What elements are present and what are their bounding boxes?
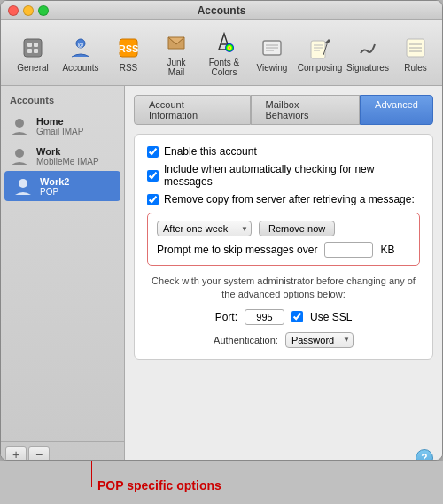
port-input[interactable]: [245, 309, 284, 325]
junk-mail-icon: [162, 28, 190, 57]
general-label: General: [17, 63, 49, 73]
include-checking-checkbox[interactable]: [147, 170, 159, 182]
home-account-info: Home Gmail IMAP: [36, 116, 83, 136]
work-account-icon: [8, 144, 31, 167]
work-account-name: Work: [36, 146, 99, 157]
main-window: Accounts General @: [0, 0, 443, 461]
kb-label: KB: [380, 244, 394, 256]
remove-after-dropdown-wrapper: After one week After one day After one m…: [157, 221, 252, 236]
annotation-text: POP specific options: [97, 478, 222, 492]
port-label: Port:: [215, 311, 237, 323]
work2-account-info: Work2 POP: [40, 176, 69, 197]
home-account-type: Gmail IMAP: [36, 127, 83, 136]
accounts-label: Accounts: [62, 63, 98, 73]
svg-rect-0: [24, 39, 42, 57]
remove-copy-checkbox[interactable]: [147, 194, 159, 205]
toolbar-general[interactable]: General: [10, 30, 56, 76]
remove-dropdown-row: After one week After one day After one m…: [157, 221, 410, 236]
window-title: Accounts: [198, 4, 246, 17]
junk-mail-label: Junk Mail: [160, 58, 192, 77]
viewing-label: Viewing: [257, 63, 288, 73]
work-account-info: Work MobileMe IMAP: [36, 146, 99, 167]
toolbar-fonts-colors[interactable]: Fonts & Colors: [201, 25, 247, 81]
skip-size-input[interactable]: [324, 242, 373, 258]
prompt-skip-row: Prompt me to skip messages over KB: [157, 242, 410, 258]
tab-account-information[interactable]: Account Information: [134, 95, 251, 125]
rss-label: RSS: [120, 63, 138, 73]
remove-now-button[interactable]: Remove now: [259, 221, 335, 236]
sidebar-item-work2[interactable]: Work2 POP: [4, 171, 120, 201]
composing-icon: [306, 34, 334, 62]
tab-mailbox-behaviors[interactable]: Mailbox Behaviors: [251, 95, 361, 125]
toolbar-junk-mail[interactable]: Junk Mail: [153, 25, 199, 81]
toolbar-composing[interactable]: Composing: [297, 30, 343, 76]
auth-label: Authentication:: [214, 335, 278, 345]
svg-point-25: [15, 119, 24, 128]
composing-label: Composing: [298, 63, 343, 73]
work2-account-icon: [12, 174, 35, 198]
viewing-icon: [258, 34, 286, 62]
general-icon: [19, 34, 47, 62]
port-row: Port: Use SSL: [147, 309, 420, 325]
help-button[interactable]: ?: [416, 449, 433, 461]
include-checking-row: Include when automatically checking for …: [147, 163, 420, 188]
prompt-skip-label: Prompt me to skip messages over: [157, 244, 317, 256]
auth-row: Authentication: Password MD5 NTLM Kerber…: [147, 332, 420, 348]
home-account-name: Home: [36, 116, 83, 127]
auth-dropdown-wrapper: Password MD5 NTLM Kerberos ▼: [285, 332, 354, 348]
enable-account-label: Enable this account: [164, 145, 257, 158]
tab-advanced[interactable]: Advanced: [360, 95, 433, 125]
content-area: Accounts Home Gmail IMAP: [1, 86, 442, 461]
use-ssl-checkbox[interactable]: [291, 311, 303, 322]
svg-point-11: [225, 43, 234, 52]
annotation-line: [91, 461, 92, 487]
signatures-icon: [354, 34, 382, 62]
toolbar-viewing[interactable]: Viewing: [249, 30, 295, 76]
remove-after-dropdown[interactable]: After one week After one day After one m…: [157, 221, 252, 236]
admin-info-text: Check with your system administrator bef…: [147, 275, 420, 302]
minimize-button[interactable]: [23, 5, 34, 16]
toolbar-rss[interactable]: RSS RSS: [105, 30, 152, 76]
remove-copy-row: Remove copy from server after retrieving…: [147, 193, 420, 205]
close-button[interactable]: [8, 5, 19, 16]
work2-account-name: Work2: [40, 176, 69, 187]
sidebar-bottom: + −: [1, 441, 124, 461]
fonts-colors-icon: [210, 28, 238, 57]
enable-account-row: Enable this account: [147, 145, 420, 158]
svg-rect-4: [34, 49, 38, 53]
sidebar: Accounts Home Gmail IMAP: [1, 86, 125, 461]
work2-account-type: POP: [40, 187, 69, 197]
main-panel: Account Information Mailbox Behaviors Ad…: [125, 86, 442, 461]
signatures-label: Signatures: [346, 63, 389, 73]
remove-account-button[interactable]: −: [28, 446, 50, 461]
work-account-type: MobileMe IMAP: [36, 157, 99, 167]
sidebar-item-work[interactable]: Work MobileMe IMAP: [1, 141, 124, 171]
include-checking-label: Include when automatically checking for …: [164, 163, 420, 188]
tabs-bar: Account Information Mailbox Behaviors Ad…: [134, 95, 433, 125]
accounts-icon: @: [66, 34, 95, 62]
svg-rect-3: [27, 49, 32, 53]
toolbar-signatures[interactable]: Signatures: [345, 30, 391, 76]
svg-text:RSS: RSS: [119, 43, 139, 54]
rss-icon: RSS: [114, 34, 143, 62]
sidebar-item-home[interactable]: Home Gmail IMAP: [1, 111, 124, 141]
svg-rect-16: [311, 41, 325, 58]
svg-rect-1: [27, 43, 32, 47]
add-account-button[interactable]: +: [5, 446, 27, 461]
annotation-area: POP specific options: [0, 461, 443, 504]
home-account-icon: [8, 114, 31, 137]
enable-account-checkbox[interactable]: [147, 146, 159, 158]
auth-dropdown[interactable]: Password MD5 NTLM Kerberos: [285, 332, 354, 348]
svg-point-26: [15, 149, 24, 158]
rules-icon: [401, 34, 430, 62]
toolbar: General @ Accounts RSS RSS: [1, 20, 442, 86]
svg-point-27: [19, 179, 27, 188]
toolbar-accounts[interactable]: @ Accounts: [58, 30, 104, 76]
maximize-button[interactable]: [38, 5, 49, 16]
toolbar-rules[interactable]: Rules: [392, 30, 439, 76]
remove-copy-label: Remove copy from server after retrieving…: [164, 193, 415, 205]
svg-text:@: @: [78, 42, 84, 48]
form-area: Enable this account Include when automat…: [134, 134, 433, 360]
remove-options-section: After one week After one day After one m…: [147, 213, 420, 266]
title-bar: Accounts: [1, 1, 442, 20]
